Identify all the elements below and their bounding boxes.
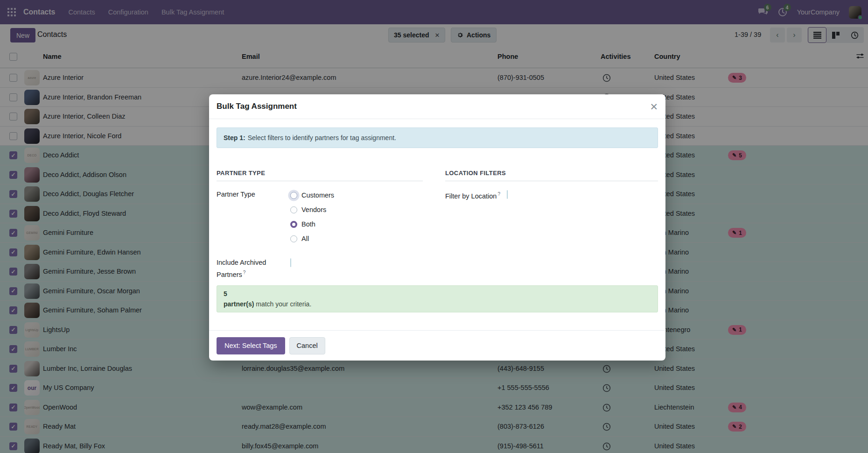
location-section-title: LOCATION FILTERS	[445, 170, 658, 181]
dialog-footer: Next: Select Tags Cancel	[209, 330, 665, 361]
screen: Contacts Contacts Configuration Bulk Tag…	[0, 0, 868, 453]
include-archived-label: Include Archived Partners?	[217, 257, 290, 280]
step-text: Select filters to identify partners for …	[248, 134, 396, 142]
radio-option-vendors[interactable]: Vendors	[290, 204, 334, 216]
partner-type-radio-group: Customers Vendors Both All	[290, 189, 334, 247]
radio-option-all[interactable]: All	[290, 233, 334, 245]
filter-by-location-label: Filter by Location?	[445, 189, 500, 201]
match-result-box: 5 partner(s) match your criteria.	[217, 285, 658, 312]
dialog-header: Bulk Tag Assignment ✕	[209, 94, 665, 119]
help-marker: ?	[497, 191, 500, 197]
location-filters-section: LOCATION FILTERS Filter by Location?	[445, 170, 658, 280]
match-rest: match your criteria.	[254, 300, 311, 308]
help-marker: ?	[243, 270, 246, 275]
match-bold: partner(s)	[224, 300, 254, 308]
next-select-tags-button[interactable]: Next: Select Tags	[217, 337, 285, 354]
bulk-tag-assignment-dialog: Bulk Tag Assignment ✕ Step 1: Select fil…	[209, 94, 665, 361]
match-count: 5	[224, 290, 651, 297]
radio-icon[interactable]	[290, 221, 297, 228]
partner-type-section: PARTNER TYPE Partner Type Customers Vend…	[217, 170, 423, 280]
filter-by-location-checkbox[interactable]	[507, 190, 508, 199]
radio-icon[interactable]	[290, 235, 297, 242]
step-banner: Step 1: Select filters to identify partn…	[217, 127, 658, 148]
cancel-button[interactable]: Cancel	[289, 337, 325, 354]
partner-type-label: Partner Type	[217, 189, 290, 247]
dialog-title: Bulk Tag Assignment	[217, 102, 297, 111]
radio-option-customers[interactable]: Customers	[290, 189, 334, 201]
partner-type-section-title: PARTNER TYPE	[217, 170, 423, 181]
radio-icon[interactable]	[290, 192, 297, 199]
include-archived-checkbox[interactable]	[290, 258, 291, 267]
radio-option-both[interactable]: Both	[290, 218, 334, 230]
close-icon[interactable]: ✕	[650, 102, 658, 112]
step-label: Step 1:	[224, 134, 245, 142]
radio-icon[interactable]	[290, 206, 297, 213]
